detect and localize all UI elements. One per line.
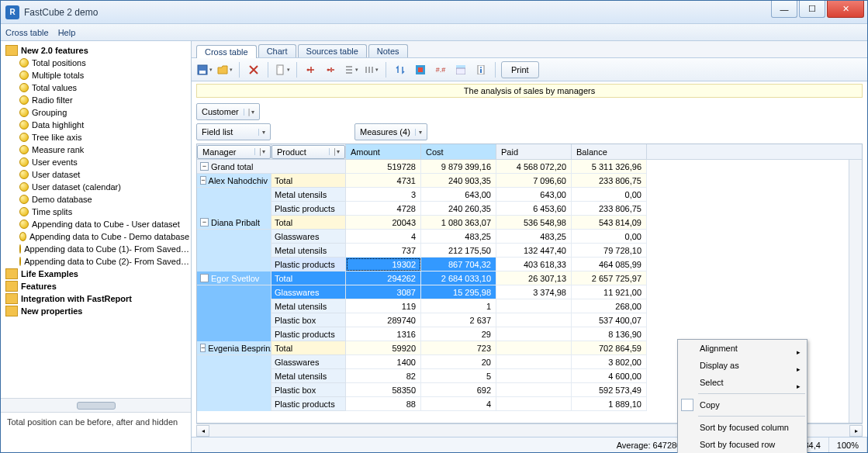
data-cell[interactable]: 867 704,32 [421,258,496,271]
tab-chart[interactable]: Chart [258,44,296,57]
data-cell[interactable] [496,327,572,341]
data-cell[interactable]: 11 921,00 [572,285,647,299]
data-cell[interactable]: 233 806,75 [572,174,647,188]
data-cell[interactable]: 29 [421,327,496,341]
export-icon[interactable] [274,61,291,78]
data-cell[interactable]: 483,25 [421,230,496,244]
ctx-sort-col[interactable]: Sort by focused column [678,419,807,436]
row-grand-total[interactable]: −Grand total [197,160,346,174]
data-cell[interactable]: 1 889,10 [572,397,647,411]
highlight-icon[interactable] [412,61,429,78]
format-icon[interactable]: #.# [432,61,449,78]
row-product-cell[interactable]: Plastic box [271,313,346,327]
menu-help[interactable]: Help [58,28,76,37]
col-cost[interactable]: Cost [421,144,496,159]
maximize-button[interactable]: ☐ [799,1,825,18]
data-cell[interactable]: 5 311 326,96 [572,160,647,174]
ctx-alignment[interactable]: Alignment [678,340,807,357]
data-cell[interactable]: 723 [421,341,496,355]
menu-cross-table[interactable]: Cross table [5,28,49,37]
tree-item[interactable]: Multiple totals [2,69,189,81]
ctx-select[interactable]: Select [678,374,807,391]
tree-item[interactable]: Appending data to Cube - Demo database [2,230,189,243]
tree-item[interactable]: Appending data to Cube - User dataset [2,218,189,230]
tree-folder[interactable]: Integration with FastReport [2,292,189,305]
row-product-cell[interactable]: Plastic box [271,383,346,397]
data-cell[interactable]: 4731 [346,174,421,188]
col-amount[interactable]: Amount [346,144,421,159]
ctx-sort-row[interactable]: Sort by focused row [678,436,807,453]
row-product-cell[interactable]: Metal utensils [271,369,346,383]
data-cell[interactable] [496,383,572,397]
chip-fieldlist[interactable]: Field list▾ [196,123,271,140]
tree-item[interactable]: Demo database [2,193,189,206]
data-cell[interactable]: 537 400,07 [572,313,647,327]
data-cell[interactable]: 4 600,00 [572,369,647,383]
tree-item[interactable]: Measure rank [2,144,189,156]
data-cell[interactable]: 0,00 [572,188,647,202]
data-cell[interactable]: 3087 [346,285,421,299]
row-product-cell[interactable]: Total [271,341,346,355]
data-cell[interactable]: 4 568 072,20 [496,160,572,174]
col-paid[interactable]: Paid [496,144,572,159]
tab-sources[interactable]: Sources table [298,44,367,57]
save-icon[interactable] [196,61,213,78]
tab-notes[interactable]: Notes [368,44,408,57]
row-height-icon[interactable] [343,61,360,78]
row-product-cell[interactable]: Plastic products [271,258,346,271]
tree-item[interactable]: Appending data to Cube (2)- From Saved… [2,255,189,268]
print-button[interactable]: Print [501,61,539,78]
row-manager-cell[interactable] [197,188,271,202]
row-product-cell[interactable]: Metal utensils [271,299,346,313]
chip-measures[interactable]: Measures (4)▾ [354,123,427,140]
data-cell[interactable]: 294262 [346,271,421,285]
col-balance[interactable]: Balance [572,144,647,159]
row-product-cell[interactable]: Plastic products [271,327,346,341]
data-cell[interactable]: 2 637 [421,313,496,327]
close-button[interactable]: ✕ [827,1,864,18]
data-cell[interactable]: 1 [421,299,496,313]
data-cell[interactable] [496,299,572,313]
row-manager-cell[interactable] [197,327,271,341]
row-manager-cell[interactable] [197,299,271,313]
data-cell[interactable]: 737 [346,244,421,258]
data-cell[interactable]: 543 814,09 [572,216,647,230]
row-product-cell[interactable]: Total [271,174,346,188]
tree-item[interactable]: Radio filter [2,94,189,106]
data-cell[interactable]: 1 080 363,07 [421,216,496,230]
data-cell[interactable]: 519728 [346,160,421,174]
data-cell[interactable]: 6 453,60 [496,202,572,216]
tree-item[interactable]: User dataset [2,168,189,181]
data-cell[interactable]: 20 [421,355,496,369]
data-cell[interactable]: 536 548,98 [496,216,572,230]
data-cell[interactable]: 79 728,10 [572,244,647,258]
data-cell[interactable]: 59920 [346,341,421,355]
grid-vscroll[interactable] [849,160,862,423]
row-manager-cell[interactable] [197,355,271,369]
sort-icon[interactable] [392,61,409,78]
data-cell[interactable]: 5 [421,369,496,383]
sidebar-hscroll[interactable] [1,398,191,412]
col-width-icon[interactable] [363,61,380,78]
tree-folder[interactable]: New properties [2,305,189,317]
tree-item[interactable]: Appending data to Cube (1)- From Saved… [2,243,189,255]
row-manager-cell[interactable]: −Alex Nahodchiv [197,174,271,188]
data-cell[interactable]: 592 573,49 [572,383,647,397]
tab-cross-table[interactable]: Cross table [196,45,257,58]
data-cell[interactable]: 240 903,35 [421,174,496,188]
row-product-cell[interactable]: Plastic products [271,397,346,411]
tree-folder-root[interactable]: New 2.0 features [2,44,189,57]
minimize-button[interactable]: — [771,1,797,18]
tree-item[interactable]: Time splits [2,206,189,218]
row-product-cell[interactable]: Plastic products [271,202,346,216]
tree-item[interactable]: User dataset (calendar) [2,181,189,193]
ctx-copy[interactable]: Copy [678,396,807,413]
data-cell[interactable] [496,369,572,383]
row-manager-cell[interactable]: −Evgenia Besprinzipnaya [197,341,271,355]
row-product-cell[interactable]: Total [271,216,346,230]
row-manager-cell[interactable]: −Diana Pribalt [197,216,271,230]
data-cell[interactable]: 82 [346,369,421,383]
row-manager-cell[interactable] [197,244,271,258]
data-cell[interactable]: 1316 [346,327,421,341]
row-manager-cell[interactable] [197,313,271,327]
